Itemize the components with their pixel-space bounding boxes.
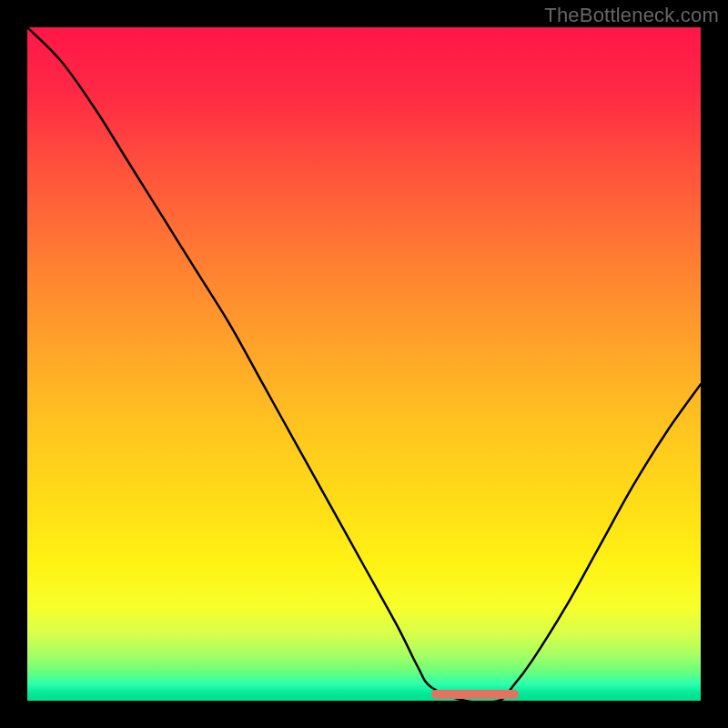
plot-area xyxy=(27,27,701,701)
watermark-text: TheBottleneck.com xyxy=(544,4,719,27)
bottleneck-curve xyxy=(27,27,701,701)
optimal-range-marker xyxy=(431,690,519,699)
chart-frame: TheBottleneck.com xyxy=(0,0,728,728)
